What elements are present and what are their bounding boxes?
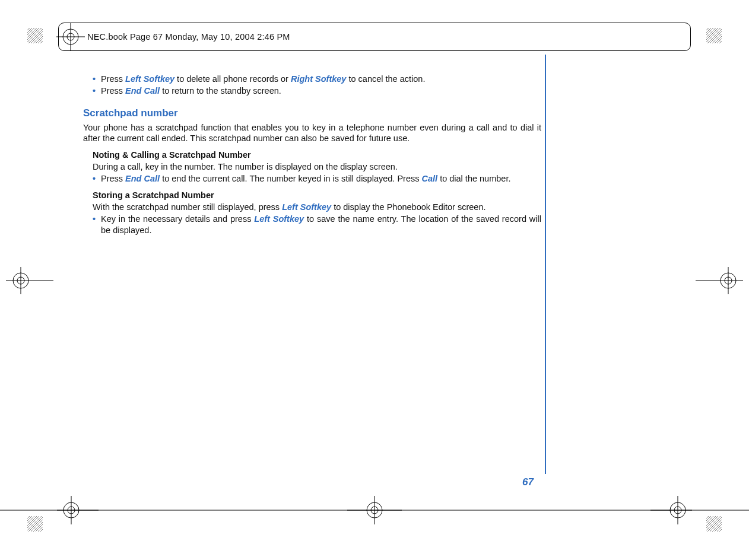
keyword-left-softkey: Left Softkey xyxy=(125,74,174,84)
page-header-text: NEC.book Page 67 Monday, May 10, 2004 2:… xyxy=(87,32,290,42)
text-fragment: to dial the number. xyxy=(437,174,510,183)
text-fragment: Key in the necessary details and press xyxy=(101,214,254,224)
text-fragment: to return to the standby screen. xyxy=(160,86,281,96)
keyword-left-softkey: Left Softkey xyxy=(282,202,331,212)
keyword-end-call: End Call xyxy=(125,174,160,183)
keyword-right-softkey: Right Softkey xyxy=(291,74,346,84)
list-item: Press End Call to return to the standby … xyxy=(93,85,541,96)
hatched-square-icon xyxy=(706,28,722,43)
sub-paragraph: With the scratchpad number still display… xyxy=(93,202,541,212)
storing-block: Storing a Scratchpad Number With the scr… xyxy=(83,190,541,236)
list-item: Press End Call to end the current call. … xyxy=(93,173,541,184)
keyword-call: Call xyxy=(422,174,438,183)
svg-rect-1 xyxy=(706,28,722,43)
text-fragment: to end the current call. The number keye… xyxy=(160,174,421,183)
page-header-bar: NEC.book Page 67 Monday, May 10, 2004 2:… xyxy=(58,23,691,51)
sub-paragraph: During a call, key in the number. The nu… xyxy=(93,161,541,172)
keyword-left-softkey: Left Softkey xyxy=(254,214,304,224)
hatched-square-icon xyxy=(27,28,43,43)
text-fragment: Press xyxy=(101,86,125,96)
section-title-scratchpad: Scratchpad number xyxy=(83,107,541,119)
text-fragment: to display the Phonebook Editor screen. xyxy=(331,202,485,212)
noting-block: Noting & Calling a Scratchpad Number Dur… xyxy=(83,149,541,184)
header-registration-mark-icon xyxy=(53,19,88,55)
sub-heading-storing: Storing a Scratchpad Number xyxy=(93,190,541,201)
keyword-end-call: End Call xyxy=(125,86,160,96)
page-content: Press Left Softkey to delete all phone r… xyxy=(83,74,541,237)
text-fragment: Press xyxy=(101,174,125,183)
registration-mark-icon xyxy=(0,266,53,295)
registration-bar-icon xyxy=(0,486,749,534)
text-fragment: to cancel the action. xyxy=(346,74,425,84)
top-bullet-list: Press Left Softkey to delete all phone r… xyxy=(83,74,541,96)
text-fragment: Press xyxy=(101,74,125,84)
list-item: Press Left Softkey to delete all phone r… xyxy=(93,74,541,84)
registration-mark-icon xyxy=(696,266,749,295)
svg-rect-0 xyxy=(27,28,43,43)
text-fragment: With the scratchpad number still display… xyxy=(93,202,282,212)
sub-heading-noting: Noting & Calling a Scratchpad Number xyxy=(93,149,541,160)
page-number: 67 xyxy=(522,476,534,488)
page-frame-right-line xyxy=(545,55,546,474)
text-fragment: to delete all phone records or xyxy=(174,74,291,84)
list-item: Key in the necessary details and press L… xyxy=(93,214,541,235)
section-intro-paragraph: Your phone has a scratchpad function tha… xyxy=(83,122,541,144)
